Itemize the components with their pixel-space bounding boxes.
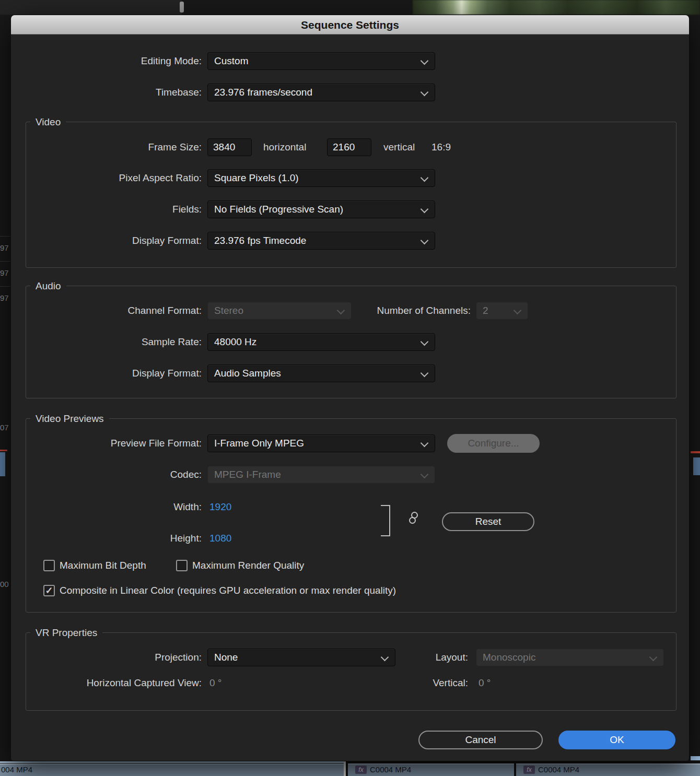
codec-value: MPEG I-Frame: [208, 466, 435, 483]
fx-badge-icon: fx: [523, 766, 535, 774]
sample-rate-value: 48000 Hz: [208, 334, 435, 350]
number-of-channels-label: Number of Channels:: [356, 302, 471, 320]
channel-format-value: Stereo: [208, 302, 351, 319]
edge-number: 00: [0, 580, 9, 589]
timeline-clip: 004 MP4: [0, 763, 344, 776]
check-icon: ✓: [44, 586, 54, 595]
codec-label: Codec:: [21, 466, 202, 484]
audio-display-format-label: Display Format:: [21, 365, 202, 382]
vertical-label: vertical: [383, 138, 415, 156]
clip-name: C0004 MP4: [538, 765, 579, 774]
preview-file-format-dropdown[interactable]: I-Frame Only MPEG: [207, 434, 435, 452]
clip-name: 004 MP4: [1, 765, 32, 774]
divider: [0, 286, 10, 287]
timeline-clip: fxC0004 MP4: [516, 763, 700, 776]
audio-group-legend: Audio: [30, 279, 66, 293]
edge-number: 97: [0, 243, 9, 253]
sequence-settings-dialog: Sequence Settings Editing Mode: Custom T…: [10, 15, 690, 761]
timeline-marker-red: [0, 450, 7, 451]
layout-value: Monoscopic: [476, 649, 663, 666]
channel-format-dropdown: Stereo: [207, 302, 352, 320]
edge-number: 97: [0, 268, 9, 278]
timeline-marker-red: [691, 451, 700, 453]
preview-width-value[interactable]: 1920: [209, 501, 231, 513]
timeline-clip-edge: [693, 457, 700, 475]
fx-badge-icon: fx: [355, 766, 367, 774]
vr-properties-group: VR Properties: [26, 632, 676, 711]
video-display-format-value: 23.976 fps Timecode: [208, 232, 435, 249]
preview-file-format-value: I-Frame Only MPEG: [208, 435, 435, 452]
dialog-title: Sequence Settings: [11, 15, 689, 34]
maximum-bit-depth-label: Maximum Bit Depth: [60, 559, 146, 572]
fields-value: No Fields (Progressive Scan): [208, 201, 435, 218]
pixel-aspect-ratio-label: Pixel Aspect Ratio:: [21, 169, 202, 187]
app-screen: 97 97 97 07 00 004 MP4 fxC0004 MP4 fxC00…: [0, 0, 700, 776]
clip-divider: [344, 761, 346, 776]
composite-linear-color-label: Composite in Linear Color (requires GPU …: [60, 584, 396, 597]
chain-link-icon[interactable]: [409, 512, 419, 525]
editing-mode-dropdown[interactable]: Custom: [207, 52, 435, 70]
pixel-aspect-ratio-dropdown[interactable]: Square Pixels (1.0): [207, 169, 435, 187]
projection-label: Projection:: [21, 649, 202, 666]
fields-dropdown[interactable]: No Fields (Progressive Scan): [207, 201, 435, 218]
editing-mode-value: Custom: [208, 53, 435, 69]
clip-name: C0004 MP4: [370, 765, 411, 774]
vertical-value: 0 °: [479, 677, 491, 689]
link-bracket: [381, 505, 390, 536]
fields-label: Fields:: [21, 201, 202, 218]
composite-linear-color-checkbox[interactable]: ✓: [43, 585, 55, 596]
ok-button[interactable]: OK: [558, 731, 675, 749]
timebase-label: Timebase:: [21, 84, 202, 101]
horizontal-captured-view-value: 0 °: [209, 677, 221, 689]
sample-rate-label: Sample Rate:: [21, 333, 202, 351]
layout-dropdown: Monoscopic: [476, 649, 664, 666]
edge-number: 07: [0, 423, 9, 432]
maximum-render-quality-label: Maximum Render Quality: [192, 559, 304, 572]
reset-button[interactable]: Reset: [442, 512, 534, 531]
preview-height-label: Height:: [21, 532, 202, 545]
video-previews-legend: Video Previews: [30, 412, 109, 426]
projection-value: None: [208, 649, 395, 666]
video-group-legend: Video: [30, 115, 66, 129]
vr-properties-legend: VR Properties: [30, 626, 102, 640]
frame-size-label: Frame Size:: [21, 138, 202, 156]
divider: [0, 261, 10, 262]
timeline-clip-edge: [0, 452, 5, 476]
background-panel-top-left: [0, 0, 182, 15]
preview-width-label: Width:: [21, 501, 202, 513]
divider: [0, 236, 10, 237]
preview-height-value[interactable]: 1080: [209, 532, 231, 545]
layout-label: Layout:: [395, 649, 468, 666]
panel-divider: [180, 2, 184, 13]
editing-mode-label: Editing Mode:: [21, 52, 202, 70]
timeline-strip: 004 MP4 fxC0004 MP4 fxC0004 MP4: [0, 761, 700, 776]
channel-format-label: Channel Format:: [21, 302, 202, 320]
timebase-value: 23.976 frames/second: [208, 84, 435, 101]
clip-selection-highlight: [0, 761, 345, 763]
horizontal-captured-view-label: Horizontal Captured View:: [21, 677, 202, 689]
maximum-render-quality-checkbox[interactable]: [176, 560, 188, 571]
frame-width-input[interactable]: [207, 138, 252, 156]
sample-rate-dropdown[interactable]: 48000 Hz: [207, 333, 435, 351]
horizontal-label: horizontal: [263, 138, 306, 156]
vertical-label: Vertical:: [395, 677, 468, 689]
program-monitor-image: [413, 0, 700, 15]
timebase-dropdown[interactable]: 23.976 frames/second: [207, 84, 435, 101]
configure-button: Configure...: [447, 434, 540, 453]
audio-display-format-value: Audio Samples: [208, 365, 435, 382]
pixel-aspect-ratio-value: Square Pixels (1.0): [208, 170, 435, 186]
video-display-format-label: Display Format:: [21, 232, 202, 250]
projection-dropdown[interactable]: None: [207, 649, 395, 666]
aspect-ratio-value: 16:9: [431, 138, 451, 156]
video-display-format-dropdown[interactable]: 23.976 fps Timecode: [207, 232, 435, 250]
maximum-bit-depth-checkbox[interactable]: [43, 560, 55, 571]
frame-height-input[interactable]: [327, 138, 371, 156]
preview-file-format-label: Preview File Format:: [21, 434, 202, 452]
cancel-button[interactable]: Cancel: [418, 731, 543, 749]
codec-dropdown: MPEG I-Frame: [207, 466, 435, 484]
edge-number: 97: [0, 293, 9, 303]
timeline-clip: fxC0004 MP4: [348, 763, 514, 776]
timeline-clip-edge: [691, 756, 700, 760]
number-of-channels-dropdown: 2: [476, 302, 528, 320]
audio-display-format-dropdown[interactable]: Audio Samples: [207, 365, 435, 382]
